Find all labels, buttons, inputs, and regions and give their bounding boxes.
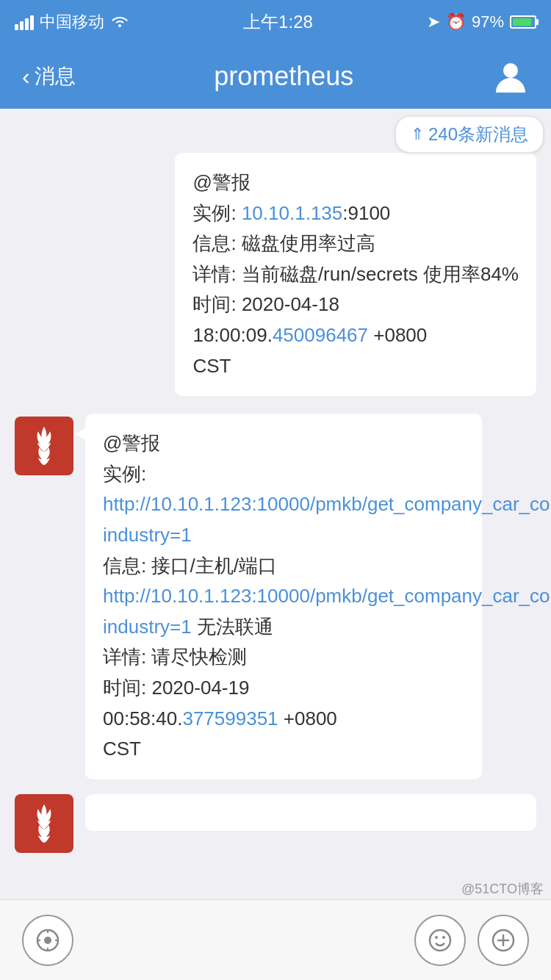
emoji-button[interactable] (414, 915, 466, 966)
nav-title: prometheus (214, 61, 353, 92)
msg1-line7: CST (192, 351, 519, 382)
status-bar-left: 中国移动 (15, 11, 129, 33)
battery-icon (510, 15, 536, 29)
msg1-line1: @警报 (192, 167, 519, 198)
back-label: 消息 (35, 62, 76, 90)
back-button[interactable]: ‹ 消息 (22, 62, 76, 90)
watermark: @51CTO博客 (461, 880, 544, 898)
status-bar: 中国移动 上午1:28 ➤ ⏰ 97% (0, 0, 551, 44)
carrier-label: 中国移动 (40, 11, 104, 33)
message-bubble-1: ⇑ 240条新消息 @警报 实例: 10.10.1.135:9100 信息: 磁… (175, 123, 536, 396)
message-row-2: @警报 实例: http://10.10.1.123:10000/pmkb/ge… (15, 414, 536, 779)
nav-bar: ‹ 消息 prometheus (0, 44, 551, 109)
svg-point-7 (430, 930, 450, 951)
partial-avatar (15, 794, 73, 853)
msg1-line6: 18:00:09.450096467 +0800 (192, 320, 519, 351)
msg1-line5: 时间: 2020-04-18 (192, 289, 519, 320)
msg1-line4: 详情: 当前磁盘/run/secrets 使用率84% (192, 259, 519, 290)
new-messages-badge[interactable]: ⇑ 240条新消息 (395, 116, 544, 153)
location-icon: ➤ (427, 12, 440, 32)
msg2-link3[interactable]: 377599351 (182, 707, 278, 729)
signal-icon (15, 14, 34, 30)
voice-button[interactable] (22, 915, 73, 966)
svg-point-9 (442, 936, 445, 939)
msg2-line6: 00:58:40.377599351 +0800 (103, 704, 464, 735)
alarm-icon: ⏰ (446, 12, 466, 32)
msg1-line2: 实例: 10.10.1.135:9100 (192, 198, 519, 229)
battery-percent: 97% (472, 12, 504, 32)
msg1-link2[interactable]: 450096467 (273, 324, 368, 346)
msg2-line3: 信息: 接口/主机/端口 http://10.10.1.123:10000/pm… (103, 551, 464, 643)
status-bar-right: ➤ ⏰ 97% (427, 12, 536, 32)
partial-bubble (85, 794, 536, 831)
msg2-line5: 时间: 2020-04-19 (103, 673, 464, 704)
chat-area: ⇑ 240条新消息 @警报 实例: 10.10.1.135:9100 信息: 磁… (0, 109, 551, 899)
partial-message-row (15, 794, 536, 853)
msg1-line3: 信息: 磁盘使用率过高 (192, 228, 519, 259)
svg-point-8 (435, 936, 438, 939)
msg2-line7: CST (103, 734, 464, 765)
msg2-link2[interactable]: http://10.10.1.123:10000/pmkb/get_compan… (103, 585, 551, 638)
message-row-1: ⇑ 240条新消息 @警报 实例: 10.10.1.135:9100 信息: 磁… (15, 123, 536, 396)
avatar-2 (15, 417, 73, 475)
msg2-link1[interactable]: http://10.10.1.123:10000/pmkb/get_compan… (103, 493, 551, 546)
message-bubble-2: @警报 实例: http://10.10.1.123:10000/pmkb/ge… (85, 414, 482, 779)
add-button[interactable] (478, 915, 529, 966)
profile-button[interactable] (492, 58, 529, 95)
wifi-icon (110, 12, 129, 32)
clock: 上午1:28 (243, 10, 313, 34)
msg1-link1[interactable]: 10.10.1.135 (242, 202, 342, 224)
msg2-line1: @警报 (103, 428, 464, 459)
up-arrows-icon: ⇑ (411, 125, 424, 144)
svg-point-2 (44, 937, 51, 944)
chevron-left-icon: ‹ (22, 63, 30, 90)
svg-point-0 (503, 63, 518, 78)
bottom-toolbar (0, 899, 551, 980)
msg2-line2: 实例: http://10.10.1.123:10000/pmkb/get_co… (103, 459, 464, 551)
new-messages-count: 240条新消息 (428, 123, 528, 146)
msg2-line4: 详情: 请尽快检测 (103, 642, 464, 673)
